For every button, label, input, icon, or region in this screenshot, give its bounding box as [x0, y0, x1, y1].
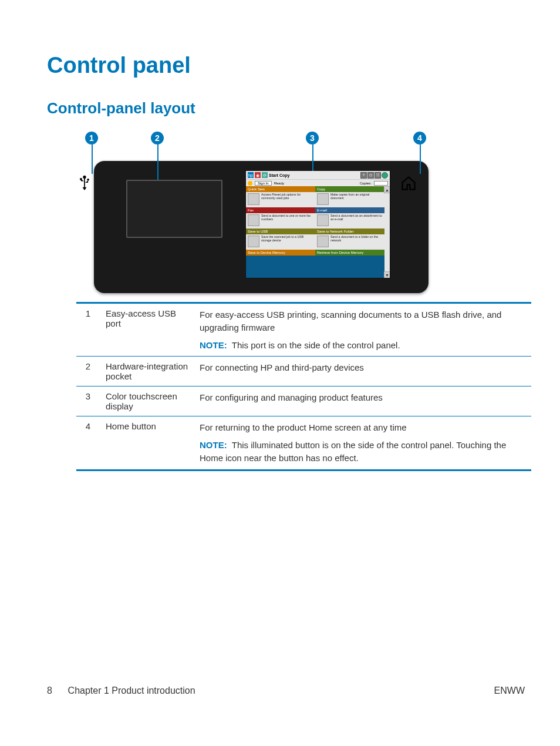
status-icon [382, 172, 388, 179]
svg-point-3 [87, 179, 89, 181]
tile-icon [317, 193, 329, 205]
tile-header[interactable]: Copy [315, 186, 384, 192]
tile-header[interactable]: Save to Device Memory [246, 250, 315, 256]
callout-1-line [92, 145, 93, 174]
language-code: ENWW [494, 685, 525, 696]
tile-header[interactable]: Fax [246, 207, 315, 213]
tile-desc: Make copies from an original document [330, 193, 383, 200]
device-body: hp ◉ ⟳ Start Copy ? ◷ ☷ Sign In R [94, 161, 429, 293]
page-number: 8 [47, 685, 52, 695]
row-name: Color touchscreen display [106, 387, 200, 416]
copies-label: Copies: [360, 182, 372, 185]
callout-3-line [312, 145, 313, 171]
tile-body[interactable]: Send a document as an attachment to an e… [315, 213, 384, 228]
scroll-up-icon[interactable]: ▲ [384, 186, 390, 193]
tile-desc: Save the scanned job to a USB storage de… [261, 236, 313, 243]
usb-icon [79, 175, 90, 194]
row-desc: For connecting HP and third-party device… [200, 357, 531, 387]
hp-logo-icon: hp [248, 172, 254, 178]
sign-in-button[interactable]: Sign In [255, 181, 272, 186]
refresh-icon: ⟳ [262, 172, 268, 178]
svg-rect-1 [84, 177, 85, 187]
row-num: 4 [76, 416, 106, 470]
table-row: 4Home buttonFor returning to the product… [76, 416, 531, 470]
tile-desc: Send a document to one or more fax numbe… [261, 214, 313, 221]
clock-icon: ◷ [367, 172, 374, 179]
row-desc: For returning to the product Home screen… [200, 416, 531, 470]
tile-body[interactable]: Access Preset job options for commonly u… [246, 192, 315, 207]
ts-scrollbar[interactable]: ▲ ▼ [384, 186, 390, 278]
note-label: NOTE: [200, 440, 227, 450]
help-icon: ? [360, 172, 367, 179]
home-button[interactable] [400, 175, 417, 191]
chapter-name: Chapter 1 Product introduction [68, 685, 195, 695]
tile-body[interactable]: Make copies from an original document [315, 192, 384, 207]
section-title: Control-panel layout [47, 99, 525, 117]
row-desc: For easy-access USB printing, scanning d… [200, 303, 531, 357]
network-icon: ☷ [375, 172, 381, 179]
page-footer: 8 Chapter 1 Product introduction ENWW [47, 685, 525, 696]
touchscreen-display: hp ◉ ⟳ Start Copy ? ◷ ☷ Sign In R [245, 170, 390, 278]
stop-icon: ◉ [255, 172, 261, 178]
callout-2: 2 [151, 132, 164, 145]
callout-2-line [157, 145, 158, 180]
hardware-integration-pocket [126, 180, 222, 238]
tile-header[interactable]: Retrieve from Device Memory [315, 250, 384, 256]
tile-icon [317, 236, 329, 247]
control-panel-diagram: 1 2 3 4 [76, 126, 475, 302]
callout-3: 3 [306, 132, 319, 145]
tile-header[interactable]: Save to Network Folder [315, 228, 384, 234]
callout-1: 1 [85, 132, 98, 145]
callout-4: 4 [413, 132, 426, 145]
scroll-down-icon[interactable]: ▼ [384, 271, 390, 278]
ts-topbar: hp ◉ ⟳ Start Copy ? ◷ ☷ [246, 171, 390, 179]
row-name: Easy-access USB port [106, 303, 200, 357]
tile-icon [317, 214, 329, 226]
row-name: Home button [106, 416, 200, 470]
warn-icon [248, 181, 252, 186]
row-num: 3 [76, 387, 106, 416]
table-row: 2Hardware-integration pocketFor connecti… [76, 357, 531, 387]
tile-icon [248, 193, 259, 205]
tile-desc: Send a document to a folder on the netwo… [330, 236, 383, 243]
ts-status-row: Sign In Ready Copies: [246, 179, 390, 186]
row-num: 2 [76, 357, 106, 387]
tile-header[interactable]: Save to USB [246, 228, 315, 234]
callout-table: 1Easy-access USB portFor easy-access USB… [76, 302, 531, 471]
ready-label: Ready [274, 182, 284, 185]
table-row: 3Color touchscreen displayFor configurin… [76, 387, 531, 416]
table-row: 1Easy-access USB portFor easy-access USB… [76, 303, 531, 357]
row-name: Hardware-integration pocket [106, 357, 200, 387]
page-title: Control panel [47, 53, 525, 78]
callout-4-line [420, 145, 421, 174]
copies-field[interactable] [374, 181, 388, 186]
tile-body[interactable]: Save the scanned job to a USB storage de… [246, 234, 315, 250]
tile-header[interactable]: E-mail [315, 207, 384, 213]
tile-body[interactable]: Send a document to one or more fax numbe… [246, 213, 315, 228]
row-num: 1 [76, 303, 106, 357]
tile-icon [248, 214, 259, 226]
tile-desc: Send a document as an attachment to an e… [330, 214, 383, 221]
ts-title: Start Copy [269, 173, 289, 177]
tile-header[interactable]: Quick Sets [246, 186, 315, 192]
tile-body[interactable]: Send a document to a folder on the netwo… [315, 234, 384, 250]
tile-desc: Access Preset job options for commonly u… [261, 193, 313, 200]
svg-rect-2 [80, 178, 82, 180]
note-label: NOTE: [200, 340, 227, 350]
tile-icon [248, 236, 259, 247]
row-desc: For configuring and managing product fea… [200, 387, 531, 416]
